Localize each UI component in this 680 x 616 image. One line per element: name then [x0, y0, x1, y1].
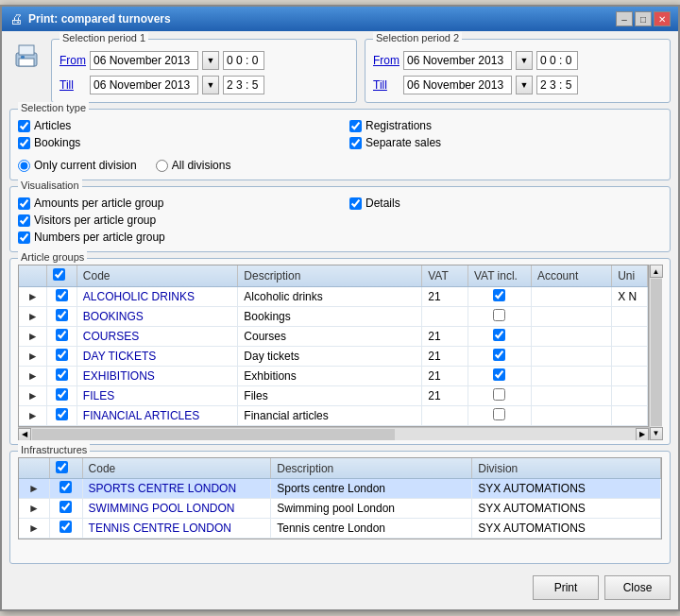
row-code: COURSES: [76, 326, 238, 346]
print-button[interactable]: Print: [533, 575, 599, 600]
row-vatincl-cell[interactable]: [468, 385, 531, 405]
row-checkbox[interactable]: [56, 408, 68, 420]
infra-row-checkbox[interactable]: [60, 521, 72, 533]
row-vat: 21: [422, 366, 468, 385]
hscroll-right-btn[interactable]: ▶: [636, 428, 649, 440]
row-checkbox-cell[interactable]: [47, 286, 77, 306]
period2-till-link[interactable]: Till: [373, 78, 400, 92]
infra-tbody: ► SPORTS CENTRE LONDON Sports centre Lon…: [19, 479, 661, 539]
row-checkbox-cell[interactable]: [47, 385, 77, 405]
hscroll-left-btn[interactable]: ◀: [18, 428, 31, 440]
row-vatincl-checkbox[interactable]: [493, 349, 505, 361]
row-checkbox[interactable]: [56, 349, 68, 361]
vscroll-up-btn[interactable]: ▲: [650, 265, 663, 278]
table-row[interactable]: ► ALCOHOLIC DRINKS Alcoholic drinks 21 X…: [19, 286, 648, 306]
printer-title-icon: 🖨: [9, 11, 23, 26]
row-vatincl-checkbox[interactable]: [493, 309, 505, 321]
period1-from-time[interactable]: [223, 51, 264, 70]
row-checkbox[interactable]: [56, 309, 68, 321]
row-vatincl-cell[interactable]: [468, 326, 531, 346]
close-button[interactable]: Close: [604, 575, 671, 600]
row-checkbox-cell[interactable]: [47, 306, 77, 326]
table-row[interactable]: ► DAY TICKETS Day tickets 21: [19, 346, 648, 366]
row-vatincl-checkbox[interactable]: [493, 408, 505, 420]
separate-sales-checkbox[interactable]: [349, 137, 362, 149]
period2-till-date[interactable]: [403, 76, 512, 94]
infra-row-checkbox[interactable]: [60, 501, 72, 513]
period1-till-link[interactable]: Till: [60, 78, 86, 92]
period1-till-dropdown[interactable]: ▼: [202, 76, 219, 94]
table-row[interactable]: ► COURSES Courses 21: [19, 326, 648, 346]
row-checkbox-cell[interactable]: [47, 366, 77, 385]
articles-checkbox[interactable]: [18, 120, 30, 132]
period2-till-time[interactable]: [536, 76, 578, 94]
registrations-checkbox[interactable]: [349, 120, 362, 132]
table-row[interactable]: ► FILES Files 21: [19, 385, 648, 405]
th-checkbox: [47, 265, 77, 286]
infra-row-checkbox[interactable]: [60, 481, 72, 493]
infra-row-checkbox-cell[interactable]: [49, 479, 82, 499]
row-vatincl-cell[interactable]: [468, 306, 531, 326]
row-vatincl-cell[interactable]: [468, 346, 531, 366]
bookings-checkbox[interactable]: [18, 137, 30, 149]
minimize-button[interactable]: –: [616, 11, 633, 26]
only-current-radio[interactable]: [18, 160, 30, 172]
window-close-button[interactable]: ✕: [654, 11, 671, 26]
amounts-checkbox[interactable]: [18, 197, 30, 210]
period1-till-date[interactable]: [90, 76, 198, 94]
row-checkbox[interactable]: [56, 388, 68, 401]
row-vatincl-cell[interactable]: [468, 405, 531, 425]
infra-row-checkbox-cell[interactable]: [49, 499, 82, 519]
period2-from-time[interactable]: [536, 51, 578, 70]
select-all-articles-checkbox[interactable]: [53, 268, 65, 281]
row-description: Alcoholic drinks: [238, 286, 422, 306]
periods-row: Selection period 1 From ▼ Till ▼: [51, 39, 671, 103]
select-all-infra-checkbox[interactable]: [56, 461, 68, 473]
period1-from-date[interactable]: [90, 51, 198, 70]
separate-sales-row: Separate sales: [349, 136, 662, 149]
row-checkbox-cell[interactable]: [47, 405, 77, 425]
numbers-label: Numbers per article group: [34, 231, 165, 244]
numbers-checkbox[interactable]: [18, 231, 30, 244]
row-checkbox[interactable]: [56, 289, 68, 301]
row-vat: 21: [422, 286, 468, 306]
period2-from-link[interactable]: From: [373, 54, 400, 67]
row-checkbox[interactable]: [56, 368, 68, 381]
infra-row-division: SYX AUTOMATIONS: [472, 499, 661, 519]
visualisation-label: Visualisation: [18, 180, 82, 191]
infra-row-checkbox-cell[interactable]: [49, 519, 82, 539]
articles-label: Articles: [34, 119, 71, 132]
vscroll-down-btn[interactable]: ▼: [650, 427, 663, 440]
row-vatincl-cell[interactable]: [468, 366, 531, 385]
table-row[interactable]: ► FINANCIAL ARTICLES Financial articles: [19, 405, 648, 425]
period2-from-date[interactable]: [403, 51, 512, 70]
table-row[interactable]: ► SWIMMING POOL LONDON Swimming pool Lon…: [19, 499, 661, 519]
row-account: [531, 405, 611, 425]
table-row[interactable]: ► EXHIBITIONS Exhbitions 21: [19, 366, 648, 385]
table-row[interactable]: ► BOOKINGS Bookings: [19, 306, 648, 326]
row-vatincl-checkbox[interactable]: [493, 368, 505, 381]
table-row[interactable]: ► TENNIS CENTRE LONDON Tennis centre Lon…: [19, 519, 661, 539]
maximize-button[interactable]: □: [635, 11, 652, 26]
all-divisions-radio[interactable]: [156, 160, 168, 172]
period2-till-dropdown[interactable]: ▼: [516, 76, 533, 94]
row-code: EXHIBITIONS: [76, 366, 238, 385]
hscroll-track[interactable]: [31, 428, 636, 440]
row-checkbox-cell[interactable]: [47, 326, 77, 346]
row-vat: [422, 306, 468, 326]
row-vatincl-checkbox[interactable]: [493, 388, 505, 401]
visitors-checkbox[interactable]: [18, 214, 30, 227]
row-vatincl-checkbox[interactable]: [493, 329, 505, 341]
row-vatincl-checkbox[interactable]: [493, 289, 505, 301]
row-vatincl-cell[interactable]: [468, 286, 531, 306]
row-checkbox-cell[interactable]: [47, 346, 77, 366]
period1-till-time[interactable]: [223, 76, 264, 94]
period2-from-dropdown[interactable]: ▼: [516, 51, 533, 70]
row-account: [531, 306, 611, 326]
selection-type-right: Registrations Separate sales: [349, 115, 662, 149]
period1-from-link[interactable]: From: [60, 54, 86, 67]
details-checkbox[interactable]: [349, 197, 362, 210]
period1-from-dropdown[interactable]: ▼: [202, 51, 219, 70]
table-row[interactable]: ► SPORTS CENTRE LONDON Sports centre Lon…: [19, 479, 661, 499]
row-checkbox[interactable]: [56, 329, 68, 341]
